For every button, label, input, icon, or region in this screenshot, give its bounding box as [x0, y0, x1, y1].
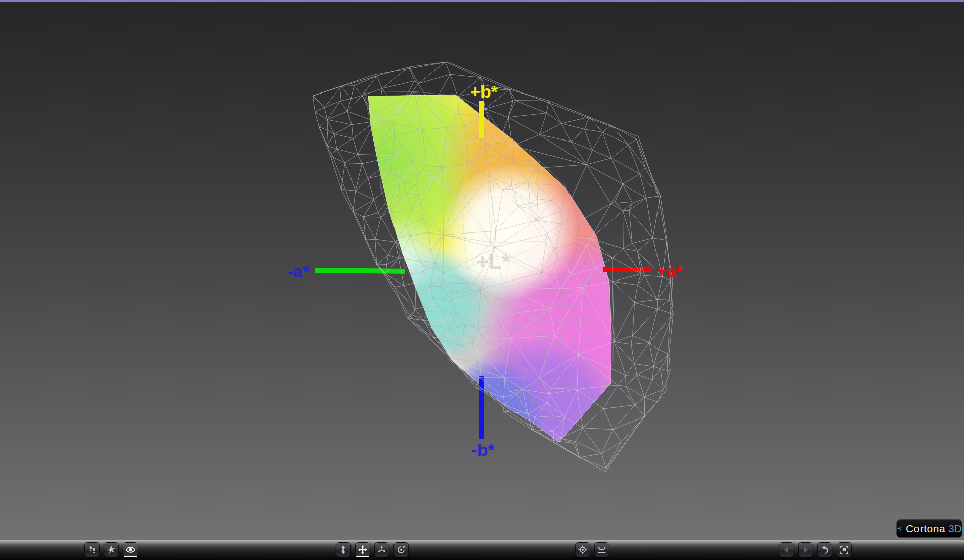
fly-icon [106, 545, 116, 555]
pan-arrows-icon [358, 545, 368, 555]
logo-text: Cortona [906, 523, 945, 535]
fit-to-window-button[interactable] [837, 542, 852, 557]
toolbar-group-history-tools [779, 542, 852, 557]
next-view-icon [801, 545, 811, 555]
fit-to-window-icon [839, 545, 849, 555]
spin-orbit-icon [396, 545, 406, 555]
restore-view-icon [820, 545, 830, 555]
viewer-3d-viewport[interactable]: +L* +b* -a* +a* -b* [0, 0, 964, 560]
axis-label-neg-b: -b* [471, 440, 495, 459]
zoom-vertical-arrows-icon [338, 545, 348, 555]
spin-orbit-button[interactable] [393, 542, 409, 557]
rotate-arrows-button[interactable] [374, 542, 389, 557]
axis-label-neg-a: -a* [288, 262, 310, 281]
viewer-toolbar [0, 540, 964, 560]
axis-neg-a-line [315, 270, 405, 271]
pan-arrows-button[interactable] [355, 542, 370, 557]
toolbar-group-view-tools [575, 542, 609, 557]
examine-eye-icon [125, 545, 136, 555]
rotate-arrows-icon [377, 545, 387, 555]
zoom-vertical-arrows-button[interactable] [336, 542, 351, 557]
toolbar-group-camera-tools [336, 542, 409, 557]
previous-view-icon [781, 545, 792, 555]
restore-view-button[interactable] [817, 542, 832, 557]
seek-target-button[interactable] [575, 542, 590, 557]
cortona3d-star-icon [897, 524, 903, 533]
window-top-accent [0, 0, 964, 2]
walk-button[interactable] [84, 542, 100, 557]
walk-icon [87, 545, 97, 555]
upright-horizon-icon [597, 545, 607, 555]
gamut-3d-scene: +L* +b* -a* +a* -b* [0, 0, 964, 560]
upright-horizon-button[interactable] [594, 542, 609, 557]
toolbar-group-navigation-modes [84, 542, 138, 557]
axis-label-pos-a: +a* [656, 261, 683, 281]
axis-label-pos-b: +b* [470, 82, 498, 101]
seek-target-icon [578, 545, 588, 555]
previous-view-button[interactable] [779, 542, 794, 557]
examine-eye-button[interactable] [123, 542, 138, 557]
fly-button[interactable] [104, 542, 119, 557]
logo-suffix: 3D [948, 523, 962, 535]
cortona3d-logo[interactable]: Cortona3D [896, 519, 962, 538]
next-view-button[interactable] [798, 542, 813, 557]
